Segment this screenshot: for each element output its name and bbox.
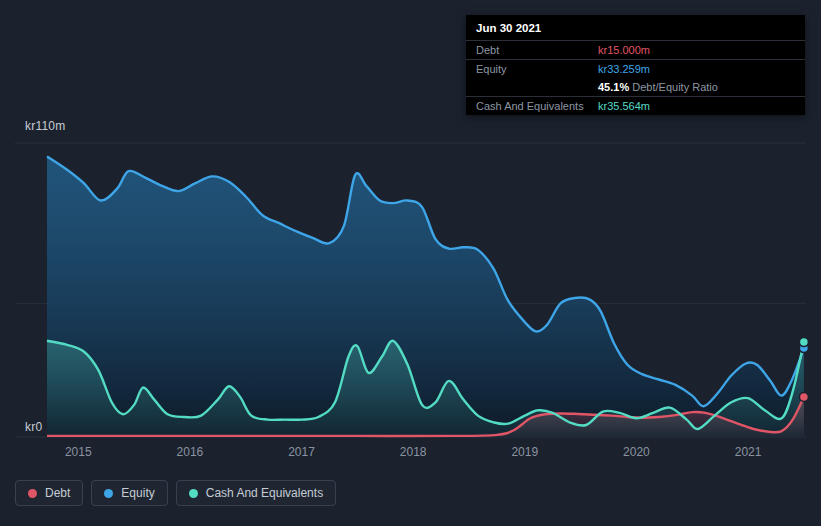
tooltip-row-debt: Debt kr15.000m: [466, 41, 805, 60]
x-axis-tick-2021: 2021: [735, 445, 762, 459]
x-axis: 2015201620172018201920202021: [0, 445, 821, 461]
y-axis-min-label: kr0: [25, 420, 42, 434]
x-axis-tick-2018: 2018: [400, 445, 427, 459]
tooltip-date: Jun 30 2021: [466, 15, 805, 41]
tooltip-cash-label: Cash And Equivalents: [476, 100, 598, 112]
x-axis-tick-2017: 2017: [288, 445, 315, 459]
legend: Debt Equity Cash And Equivalents: [15, 480, 336, 506]
cash-series-dot: [189, 489, 198, 498]
tooltip-row-cash: Cash And Equivalents kr35.564m: [466, 97, 805, 115]
x-axis-tick-2016: 2016: [177, 445, 204, 459]
tooltip-row-ratio: 45.1% Debt/Equity Ratio: [466, 78, 805, 97]
x-axis-tick-2019: 2019: [511, 445, 538, 459]
tooltip-cash-value: kr35.564m: [598, 100, 795, 112]
legend-item-cash[interactable]: Cash And Equivalents: [176, 480, 336, 506]
tooltip-debt-value: kr15.000m: [598, 44, 795, 56]
tooltip-equity-value: kr33.259m: [598, 63, 795, 75]
x-axis-tick-2020: 2020: [623, 445, 650, 459]
legend-equity-label: Equity: [121, 486, 154, 500]
series-layer: [47, 156, 808, 437]
legend-cash-label: Cash And Equivalents: [206, 486, 323, 500]
tooltip-ratio-label: Debt/Equity Ratio: [632, 81, 718, 93]
tooltip-debt-label: Debt: [476, 44, 598, 56]
legend-item-equity[interactable]: Equity: [91, 480, 167, 506]
tooltip: Jun 30 2021 Debt kr15.000m Equity kr33.2…: [466, 15, 805, 115]
equity-series-dot: [104, 489, 113, 498]
cash-endpoint-dot: [799, 337, 808, 346]
tooltip-ratio-value: 45.1%: [598, 81, 629, 93]
tooltip-equity-label: Equity: [476, 63, 598, 75]
debt-series-dot: [28, 489, 37, 498]
debt-endpoint-dot: [799, 392, 808, 401]
x-axis-tick-2015: 2015: [65, 445, 92, 459]
legend-debt-label: Debt: [45, 486, 70, 500]
tooltip-row-equity: Equity kr33.259m: [466, 60, 805, 78]
y-axis-max-label: kr110m: [25, 119, 65, 133]
legend-item-debt[interactable]: Debt: [15, 480, 83, 506]
chart-panel: kr110m kr0 2015201620172018201920202021 …: [0, 0, 821, 526]
